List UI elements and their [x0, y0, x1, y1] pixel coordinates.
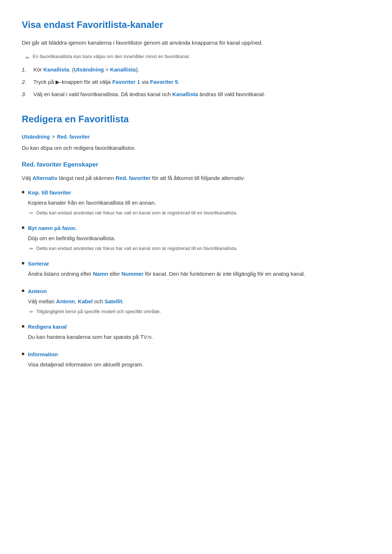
step1-text: Kör Kanallista. (Utsändning > Kanallista…	[33, 65, 139, 74]
section1-note: ✏ En favoritkanallista kan bara väljas o…	[25, 53, 370, 62]
step-2: 2. Tryck på ▶-knappen för att välja Favo…	[22, 78, 370, 86]
bullet-sorterar: Sorterar Ändra listans ordning efter Nam…	[22, 259, 370, 280]
properties-intro: Välj Alternativ längst ned på skärmen Re…	[22, 174, 370, 182]
section2-breadcrumb: Utsändning > Red. favoriter	[22, 133, 370, 141]
bullet-antenn: Antenn Välj mellan Antenn, Kabel och Sat…	[22, 287, 370, 316]
step3-num: 3.	[22, 90, 29, 99]
note-byt-namn: ✏ Detta kan endast användas när fokus ha…	[29, 245, 370, 253]
bullet-information: Information Visa detaljerad information …	[22, 350, 370, 371]
bullet-desc-6: Visa detaljerad information om aktuellt …	[28, 360, 370, 369]
bullet-label-2: Byt namn på favor.	[28, 224, 370, 233]
bullet-content-5: Redigera kanal Du kan hantera kanalerna …	[28, 323, 370, 344]
note-kop-till-favoriter: ✏ Detta kan endast användas när fokus ha…	[29, 209, 370, 217]
bullet-dot-1	[22, 191, 24, 193]
link-redigera-kanal[interactable]: Redigera kanal	[28, 324, 67, 330]
bullet-label-3: Sorterar	[28, 259, 370, 268]
step3-link-kanallista[interactable]: Kanallista	[172, 91, 198, 97]
step1-num: 1.	[22, 65, 29, 74]
section1-intro: Det går att bläddra igenom kanalerna i f…	[22, 38, 370, 47]
bullet-label-6: Information	[28, 350, 370, 359]
pencil-icon-2: ✏	[29, 210, 33, 217]
subsection-title: Red. favoriter Egenskaper	[22, 160, 370, 169]
bullet-content-6: Information Visa detaljerad information …	[28, 350, 370, 371]
step3-text: Välj en kanal i vald favoritkanallista. …	[33, 90, 265, 99]
bullet-label-5: Redigera kanal	[28, 323, 370, 331]
step2-text: Tryck på ▶-knappen för att välja Favorit…	[33, 78, 179, 86]
bullet-dot-2	[22, 226, 24, 229]
breadcrumb-sep: >	[52, 134, 56, 140]
bullet-dot-5	[22, 325, 24, 328]
bullet-label-4: Antenn	[28, 287, 370, 296]
section1-note-text: En favoritkanallista kan bara väljas om …	[33, 53, 190, 61]
section2-body: Du kan döpa om och redigera favoritkanal…	[22, 144, 370, 152]
section1-steps: 1. Kör Kanallista. (Utsändning > Kanalli…	[22, 65, 370, 99]
note-text-1: Detta kan endast användas när fokus har …	[36, 209, 237, 217]
bullet-content-3: Sorterar Ändra listans ordning efter Nam…	[28, 259, 370, 280]
step2-link-fav1[interactable]: Favoriter 1	[112, 79, 140, 85]
step1-link-utsandning[interactable]: Utsändning	[74, 66, 104, 73]
note-antenn: ✏ Tillgänglighet beror på specifik model…	[29, 308, 370, 316]
intro-link-red-favoriter[interactable]: Red. favoriter	[115, 175, 151, 181]
section2-title: Redigera en Favoritlista	[22, 112, 370, 127]
step-1: 1. Kör Kanallista. (Utsändning > Kanalli…	[22, 65, 370, 74]
bullet-kop-till-favoriter: Kop. till favoriter Kopiera kanaler från…	[22, 188, 370, 217]
step2-link-fav5[interactable]: Favoriter 5	[150, 79, 178, 85]
link-information[interactable]: Information	[28, 351, 58, 357]
bullet-desc-3: Ändra listans ordning efter Namn eller N…	[28, 270, 370, 278]
pencil-icon-3: ✏	[29, 245, 33, 253]
bullet-desc-2: Döp om en befintlig favoritkanallista.	[28, 234, 370, 243]
section-redigera-favoritlista: Redigera en Favoritlista Utsändning > Re…	[22, 112, 370, 371]
note-text-4: Tillgänglighet beror på specifik modell …	[36, 308, 161, 316]
bullet-desc-4: Välj mellan Antenn, Kabel och Satellit.	[28, 297, 370, 306]
link-namn[interactable]: Namn	[93, 271, 108, 277]
breadcrumb-red-favoriter[interactable]: Red. favoriter	[57, 134, 90, 140]
link-kop-till-favoriter[interactable]: Kop. till favoriter	[28, 189, 71, 196]
bullet-content-4: Antenn Välj mellan Antenn, Kabel och Sat…	[28, 287, 370, 316]
step-3: 3. Välj en kanal i vald favoritkanallist…	[22, 90, 370, 99]
note-text-2: Detta kan endast användas när fokus har …	[36, 245, 237, 253]
step1-link-kanallista2[interactable]: Kanallista	[110, 66, 136, 73]
pencil-icon-4: ✏	[29, 308, 33, 316]
bullet-desc-5: Du kan hantera kanalerna som har sparats…	[28, 333, 370, 341]
section-visa-kanaler: Visa endast Favoritlista-kanaler Det går…	[22, 17, 370, 99]
link-nummer[interactable]: Nummer	[122, 271, 144, 277]
link-antenn-val[interactable]: Antenn	[56, 298, 75, 304]
bullet-list: Kop. till favoriter Kopiera kanaler från…	[22, 188, 370, 371]
step1-link-kanallista[interactable]: Kanallista	[44, 66, 69, 73]
link-kabel[interactable]: Kabel	[78, 298, 93, 304]
breadcrumb-utsandning[interactable]: Utsändning	[22, 134, 50, 140]
bullet-content-2: Byt namn på favor. Döp om en befintlig f…	[28, 224, 370, 253]
bullet-desc-1: Kopiera kanaler från en favoritkanallist…	[28, 198, 370, 207]
bullet-redigera-kanal: Redigera kanal Du kan hantera kanalerna …	[22, 323, 370, 344]
link-byt-namn[interactable]: Byt namn på favor.	[28, 225, 77, 231]
bullet-dot-3	[22, 262, 24, 264]
link-sorterar[interactable]: Sorterar	[28, 260, 49, 267]
section1-title: Visa endast Favoritlista-kanaler	[22, 17, 370, 33]
bullet-byt-namn: Byt namn på favor. Döp om en befintlig f…	[22, 224, 370, 253]
subsection-properties: Red. favoriter Egenskaper Välj Alternati…	[22, 160, 370, 371]
bullet-dot-4	[22, 290, 24, 292]
bullet-dot-6	[22, 353, 24, 355]
intro-link-alternativ[interactable]: Alternativ	[32, 175, 57, 181]
step2-num: 2.	[22, 78, 29, 86]
bullet-content-1: Kop. till favoriter Kopiera kanaler från…	[28, 188, 370, 217]
link-satellit[interactable]: Satellit	[105, 298, 122, 304]
bullet-label-1: Kop. till favoriter	[28, 188, 370, 197]
link-antenn[interactable]: Antenn	[28, 288, 47, 294]
pencil-icon-1: ✏	[25, 54, 30, 62]
